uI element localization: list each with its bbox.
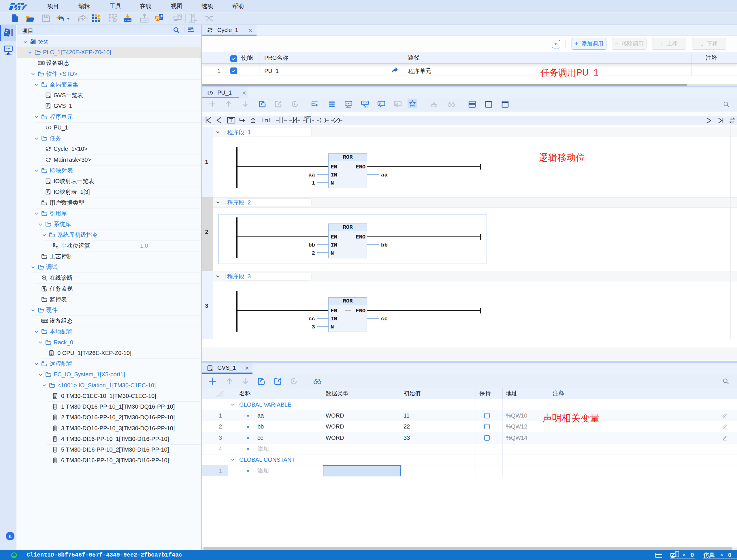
svg-text:1100: 1100 — [125, 19, 131, 22]
svg-text:NOT: NOT — [305, 116, 311, 119]
svg-text:1100: 1100 — [142, 19, 147, 22]
